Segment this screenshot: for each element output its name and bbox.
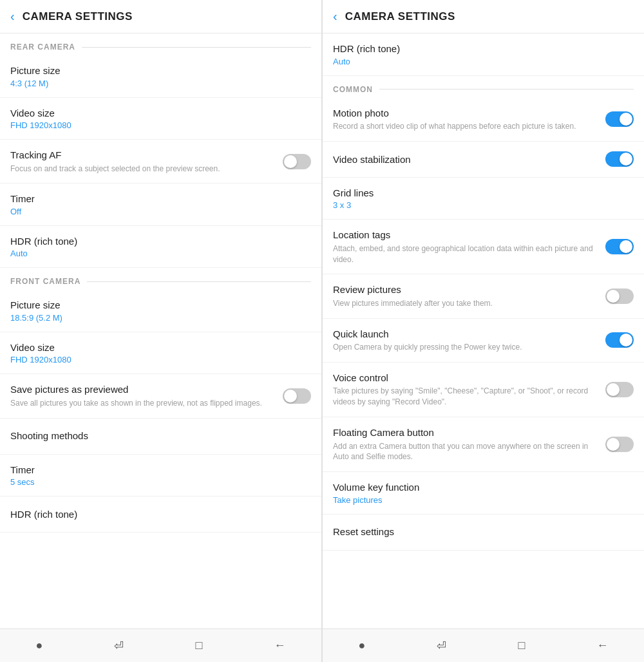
save-pictures-item[interactable]: Save pictures as previewed Save all pict… — [0, 374, 321, 418]
video-size-item[interactable]: Video size FHD 1920x1080 — [0, 98, 321, 140]
front-picture-size-title: Picture size — [10, 299, 303, 312]
hdr-rear-value: Auto — [10, 249, 303, 258]
shooting-methods-title: Shooting methods — [10, 430, 303, 442]
right-bottom-nav: ● ⏎ □ ← — [323, 629, 644, 662]
video-size-value: FHD 1920x1080 — [10, 120, 303, 130]
rear-camera-section-header: REAR CAMERA — [0, 33, 321, 55]
tracking-af-title: Tracking AF — [10, 149, 275, 162]
video-stabilization-knob — [620, 153, 632, 166]
location-tags-toggle[interactable] — [605, 239, 634, 254]
left-panel-title: CAMERA SETTINGS — [23, 10, 133, 23]
review-pictures-toggle[interactable] — [605, 288, 634, 304]
voice-control-item[interactable]: Voice control Take pictures by saying "S… — [323, 363, 644, 417]
hdr-right-item[interactable]: HDR (rich tone) Auto — [323, 33, 644, 76]
front-camera-label: FRONT CAMERA — [10, 277, 80, 286]
motion-photo-toggle[interactable] — [605, 111, 634, 127]
left-bottom-nav: ● ⏎ □ ← — [0, 629, 321, 662]
floating-camera-knob — [607, 438, 620, 451]
left-nav-dot[interactable]: ● — [36, 639, 43, 652]
right-panel-title: CAMERA SETTINGS — [345, 10, 455, 23]
shooting-methods-item[interactable]: Shooting methods — [0, 419, 321, 455]
location-tags-item[interactable]: Location tags Attach, embed, and store g… — [323, 220, 644, 274]
grid-lines-title: Grid lines — [333, 187, 626, 200]
hdr-right-title: HDR (rich tone) — [333, 43, 626, 55]
left-nav-back[interactable]: ← — [274, 639, 285, 652]
hdr-rear-title: HDR (rich tone) — [10, 235, 303, 248]
tracking-af-toggle[interactable] — [283, 154, 311, 169]
front-video-size-title: Video size — [10, 341, 303, 354]
save-pictures-desc: Save all pictures you take as shown in t… — [10, 398, 275, 409]
location-tags-desc: Attach, embed, and store geographical lo… — [333, 243, 598, 265]
review-pictures-left: Review pictures View pictures immediatel… — [333, 283, 605, 308]
hdr-rear-item[interactable]: HDR (rich tone) Auto — [0, 226, 321, 269]
front-camera-section-header: FRONT CAMERA — [0, 268, 321, 290]
common-divider — [379, 89, 634, 90]
video-size-left: Video size FHD 1920x1080 — [10, 107, 311, 131]
floating-camera-item[interactable]: Floating Camera button Add an extra Came… — [323, 417, 644, 472]
left-back-icon[interactable]: ‹ — [10, 9, 15, 24]
picture-size-item[interactable]: Picture size 4:3 (12 M) — [0, 55, 321, 98]
reset-settings-item[interactable]: Reset settings — [323, 515, 644, 551]
tracking-af-left: Tracking AF Focus on and track a subject… — [10, 149, 283, 174]
right-nav-recent[interactable]: ⏎ — [437, 639, 446, 653]
save-pictures-title: Save pictures as previewed — [10, 383, 275, 396]
floating-camera-toggle[interactable] — [605, 437, 634, 452]
front-timer-item[interactable]: Timer 5 secs — [0, 455, 321, 497]
motion-photo-desc: Record a short video clip of what happen… — [333, 121, 598, 132]
video-stabilization-toggle[interactable] — [605, 151, 634, 167]
left-nav-recent[interactable]: ⏎ — [114, 639, 124, 653]
video-stabilization-item[interactable]: Video stabilization — [323, 142, 644, 178]
quick-launch-knob — [620, 334, 632, 346]
right-nav-dot[interactable]: ● — [359, 639, 366, 652]
voice-control-desc: Take pictures by saying "Smile", "Cheese… — [333, 386, 598, 408]
front-picture-size-item[interactable]: Picture size 18.5:9 (5.2 M) — [0, 290, 321, 332]
location-tags-title: Location tags — [333, 229, 598, 241]
right-back-icon[interactable]: ‹ — [333, 9, 337, 24]
right-nav-back[interactable]: ← — [596, 639, 608, 652]
volume-key-item[interactable]: Volume key function Take pictures — [323, 472, 644, 515]
front-video-size-item[interactable]: Video size FHD 1920x1080 — [0, 332, 321, 375]
save-pictures-toggle[interactable] — [283, 388, 311, 404]
review-pictures-item[interactable]: Review pictures View pictures immediatel… — [323, 274, 644, 318]
motion-photo-knob — [620, 113, 632, 126]
video-size-title: Video size — [10, 107, 303, 120]
timer-item[interactable]: Timer Off — [0, 184, 321, 226]
common-section-header: COMMON — [323, 76, 644, 98]
quick-launch-toggle[interactable] — [605, 332, 634, 348]
floating-camera-desc: Add an extra Camera button that you can … — [333, 441, 598, 463]
voice-control-title: Voice control — [333, 372, 598, 384]
quick-launch-left: Quick launch Open Camera by quickly pres… — [333, 328, 605, 353]
motion-photo-left: Motion photo Record a short video clip o… — [333, 107, 605, 132]
save-pictures-knob — [284, 390, 297, 402]
grid-lines-item[interactable]: Grid lines 3 x 3 — [323, 178, 644, 220]
tracking-af-knob — [284, 155, 297, 168]
floating-camera-title: Floating Camera button — [333, 426, 598, 439]
review-pictures-title: Review pictures — [333, 283, 598, 296]
left-nav-home[interactable]: □ — [196, 639, 203, 652]
right-panel-header: ‹ CAMERA SETTINGS — [323, 0, 644, 33]
voice-control-toggle[interactable] — [605, 382, 634, 397]
front-timer-title: Timer — [10, 464, 303, 477]
timer-title: Timer — [10, 193, 303, 205]
video-stabilization-left: Video stabilization — [333, 153, 605, 166]
left-panel: ‹ CAMERA SETTINGS REAR CAMERA Picture si… — [0, 0, 322, 662]
rear-camera-divider — [82, 47, 311, 48]
front-picture-size-left: Picture size 18.5:9 (5.2 M) — [10, 299, 311, 323]
hdr-rear-left: HDR (rich tone) Auto — [10, 235, 311, 259]
front-hdr-item[interactable]: HDR (rich tone) — [0, 497, 321, 533]
picture-size-value: 4:3 (12 M) — [10, 79, 303, 88]
common-label: COMMON — [333, 85, 373, 94]
right-panel-content: HDR (rich tone) Auto COMMON Motion photo… — [323, 33, 644, 629]
location-tags-left: Location tags Attach, embed, and store g… — [333, 229, 605, 265]
right-nav-home[interactable]: □ — [518, 639, 526, 652]
motion-photo-item[interactable]: Motion photo Record a short video clip o… — [323, 98, 644, 142]
front-video-size-value: FHD 1920x1080 — [10, 355, 303, 364]
volume-key-value: Take pictures — [333, 495, 626, 505]
reset-settings-title: Reset settings — [333, 525, 626, 538]
voice-control-left: Voice control Take pictures by saying "S… — [333, 372, 605, 408]
volume-key-title: Volume key function — [333, 481, 626, 494]
left-panel-header: ‹ CAMERA SETTINGS — [0, 0, 321, 33]
quick-launch-item[interactable]: Quick launch Open Camera by quickly pres… — [323, 319, 644, 363]
tracking-af-item[interactable]: Tracking AF Focus on and track a subject… — [0, 140, 321, 184]
left-panel-content: REAR CAMERA Picture size 4:3 (12 M) Vide… — [0, 33, 321, 629]
